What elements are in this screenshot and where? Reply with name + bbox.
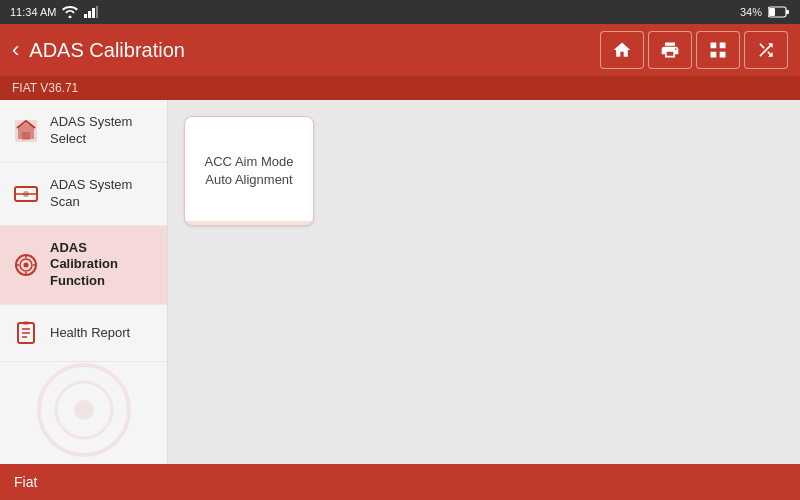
system-select-icon xyxy=(12,117,40,145)
svg-point-14 xyxy=(24,262,29,267)
system-select-label: ADAS System Select xyxy=(50,114,155,148)
content-area: ACC Aim Mode Auto Alignment xyxy=(168,100,800,500)
header: ‹ ADAS Calibration xyxy=(0,24,800,76)
battery-icon xyxy=(768,6,790,18)
system-scan-label: ADAS System Scan xyxy=(50,177,155,211)
version-text: FIAT V36.71 xyxy=(12,81,78,95)
card-acc-aim-mode[interactable]: ACC Aim Mode Auto Alignment xyxy=(184,116,314,226)
health-report-label: Health Report xyxy=(50,325,130,342)
svg-point-26 xyxy=(74,400,94,420)
svg-rect-23 xyxy=(23,321,29,325)
sidebar-item-system-select[interactable]: ADAS System Select xyxy=(0,100,167,163)
print-button[interactable] xyxy=(648,31,692,69)
header-left: ‹ ADAS Calibration xyxy=(12,39,185,62)
health-report-icon xyxy=(12,319,40,347)
card-acc-aim-mode-label: ACC Aim Mode Auto Alignment xyxy=(195,153,303,189)
status-right: 34% xyxy=(740,6,790,18)
svg-rect-1 xyxy=(88,11,91,18)
sidebar: ADAS System Select ADAS System Scan xyxy=(0,100,168,500)
svg-rect-2 xyxy=(92,8,95,18)
battery-percent: 34% xyxy=(740,6,762,18)
bottom-bar: Fiat xyxy=(0,464,800,500)
status-bar: 11:34 AM 34% xyxy=(0,0,800,24)
cards-grid: ACC Aim Mode Auto Alignment xyxy=(184,116,784,484)
header-title: ADAS Calibration xyxy=(29,39,185,62)
time-display: 11:34 AM xyxy=(10,6,56,18)
sidebar-item-health-report[interactable]: Health Report xyxy=(0,305,167,362)
svg-point-24 xyxy=(39,365,129,455)
svg-rect-0 xyxy=(84,14,87,18)
wifi-icon xyxy=(62,6,78,18)
status-left: 11:34 AM xyxy=(10,6,98,18)
sidebar-item-calibration-function[interactable]: ADAS Calibration Function xyxy=(0,226,167,306)
main-layout: ADAS System Select ADAS System Scan xyxy=(0,100,800,500)
grid-button[interactable] xyxy=(696,31,740,69)
signal-icon xyxy=(84,6,98,18)
export-button[interactable] xyxy=(744,31,788,69)
svg-point-11 xyxy=(23,191,29,197)
bottom-bar-text: Fiat xyxy=(14,474,37,490)
calibration-function-icon xyxy=(12,251,40,279)
back-button[interactable]: ‹ xyxy=(12,39,19,61)
home-button[interactable] xyxy=(600,31,644,69)
svg-rect-3 xyxy=(96,6,98,18)
version-bar: FIAT V36.71 xyxy=(0,76,800,100)
sidebar-bg-watermark xyxy=(0,360,167,460)
svg-rect-8 xyxy=(22,132,30,140)
sidebar-item-system-scan[interactable]: ADAS System Scan xyxy=(0,163,167,226)
svg-rect-5 xyxy=(769,8,775,16)
svg-point-25 xyxy=(56,382,112,438)
svg-rect-6 xyxy=(786,10,789,14)
header-actions xyxy=(600,31,788,69)
system-scan-icon xyxy=(12,180,40,208)
calibration-function-label: ADAS Calibration Function xyxy=(50,240,155,291)
